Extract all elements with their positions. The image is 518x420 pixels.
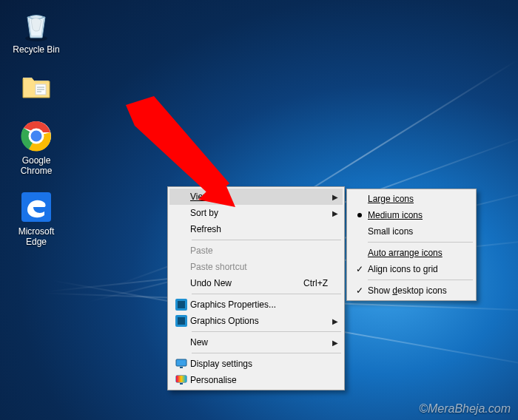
menu-item-graphics-options[interactable]: Graphics Options ▶ xyxy=(169,313,343,329)
folder-icon xyxy=(18,68,54,104)
check-icon: ✓ xyxy=(352,264,368,274)
menu-label: Graphics Properties... xyxy=(190,299,328,310)
personalise-icon xyxy=(172,375,190,385)
svg-marker-17 xyxy=(126,96,229,198)
submenu-arrow-icon: ▶ xyxy=(328,209,338,217)
desktop-icon-label: Google Chrome xyxy=(7,155,65,176)
menu-label: View xyxy=(190,192,328,202)
svg-rect-13 xyxy=(180,367,183,368)
menu-label: Paste xyxy=(190,245,328,256)
svg-point-6 xyxy=(30,129,43,143)
chrome-icon xyxy=(18,118,54,154)
menu-item-graphics-properties[interactable]: Graphics Properties... xyxy=(169,297,343,313)
desktop-icon-microsoft-edge[interactable]: Microsoft Edge xyxy=(7,189,65,247)
desktop-context-menu: View ▶ Sort by ▶ Refresh Paste Paste sho… xyxy=(167,186,345,390)
desktop-icon-label: Microsoft Edge xyxy=(7,226,65,247)
submenu-arrow-icon: ▶ xyxy=(328,193,338,201)
submenu-arrow-icon: ▶ xyxy=(328,339,338,347)
menu-label: Large icons xyxy=(368,194,470,204)
menu-item-sort-by[interactable]: Sort by ▶ xyxy=(169,205,343,221)
intel-graphics-icon xyxy=(172,299,190,311)
menu-item-refresh[interactable]: Refresh xyxy=(169,221,343,237)
menu-separator xyxy=(368,280,473,280)
menu-label: Refresh xyxy=(190,224,328,234)
menu-item-new[interactable]: New ▶ xyxy=(169,334,343,350)
check-icon: ✓ xyxy=(352,285,368,296)
menu-separator xyxy=(192,240,341,240)
menu-item-paste: Paste xyxy=(169,243,343,259)
menu-item-display-settings[interactable]: Display settings xyxy=(169,356,343,372)
desktop-icon-folder[interactable] xyxy=(7,68,65,105)
desktop-icon-label: Recycle Bin xyxy=(13,44,59,55)
menu-separator xyxy=(192,353,341,353)
menu-label: Display settings xyxy=(190,359,328,369)
menu-separator xyxy=(192,331,341,332)
menu-separator xyxy=(192,294,341,294)
intel-graphics-icon xyxy=(172,315,190,327)
menu-item-undo[interactable]: Undo New Ctrl+Z xyxy=(169,275,343,291)
submenu-item-large-icons[interactable]: Large icons xyxy=(349,191,474,207)
submenu-item-medium-icons[interactable]: Medium icons xyxy=(349,207,474,223)
menu-label: Auto arrange icons xyxy=(368,248,470,258)
radio-selected-icon xyxy=(352,213,368,217)
submenu-item-show-desktop-icons[interactable]: ✓ Show desktop icons xyxy=(349,282,474,299)
desktop-icons-area: Recycle Bin Google Ch xyxy=(7,7,65,247)
menu-item-paste-shortcut: Paste shortcut xyxy=(169,259,343,275)
menu-separator xyxy=(368,242,473,243)
submenu-item-align-to-grid[interactable]: ✓ Align icons to grid xyxy=(349,261,474,277)
menu-label: Paste shortcut xyxy=(190,262,328,272)
svg-rect-16 xyxy=(180,383,183,385)
menu-label: Medium icons xyxy=(368,210,470,220)
menu-label: Sort by xyxy=(190,208,328,218)
menu-label: Show desktop icons xyxy=(368,285,470,296)
svg-rect-11 xyxy=(178,317,185,325)
submenu-item-small-icons[interactable]: Small icons xyxy=(349,223,474,240)
edge-icon xyxy=(18,189,54,225)
menu-shortcut: Ctrl+Z xyxy=(297,278,328,288)
submenu-arrow-icon: ▶ xyxy=(328,317,338,325)
menu-label: Small icons xyxy=(368,226,470,237)
desktop-icon-google-chrome[interactable]: Google Chrome xyxy=(7,118,65,176)
svg-rect-15 xyxy=(176,376,186,382)
svg-rect-9 xyxy=(178,301,185,308)
view-submenu: Large icons Medium icons Small icons Aut… xyxy=(346,189,477,301)
menu-item-personalise[interactable]: Personalise xyxy=(169,372,343,388)
menu-label: Graphics Options xyxy=(190,316,328,326)
watermark-text: ©MeraBheja.com xyxy=(419,402,511,416)
menu-item-view[interactable]: View ▶ xyxy=(169,189,343,205)
submenu-item-auto-arrange[interactable]: Auto arrange icons xyxy=(349,245,474,261)
menu-label: Personalise xyxy=(190,375,328,385)
display-settings-icon xyxy=(172,359,190,369)
desktop-icon-recycle-bin[interactable]: Recycle Bin xyxy=(7,7,65,55)
menu-label: New xyxy=(190,337,328,348)
menu-label: Align icons to grid xyxy=(368,264,470,274)
svg-rect-12 xyxy=(176,359,186,366)
recycle-bin-icon xyxy=(18,7,54,43)
menu-label: Undo New xyxy=(190,278,297,288)
